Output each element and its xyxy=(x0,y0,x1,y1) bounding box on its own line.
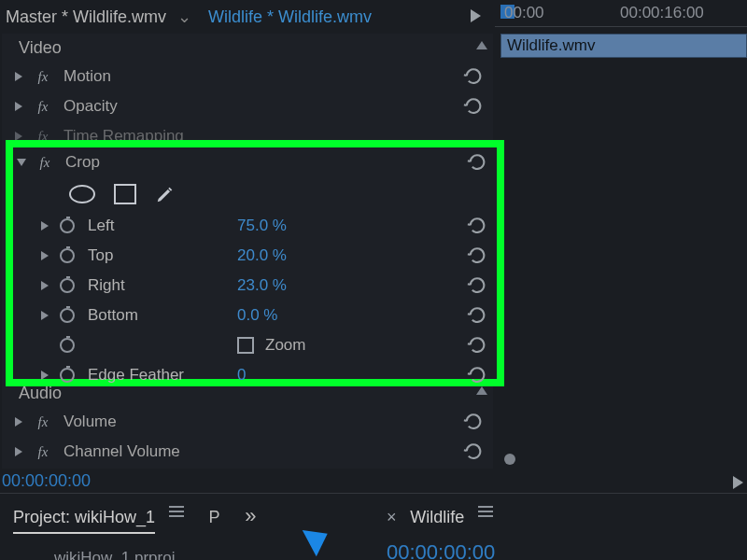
crop-zoom-row: Zoom xyxy=(13,330,497,360)
expand-chevron-icon[interactable] xyxy=(41,281,49,290)
channel-volume-label: Channel Volume xyxy=(63,442,180,461)
crop-edge-feather-value[interactable]: 0 xyxy=(237,366,246,385)
crop-label: Crop xyxy=(65,153,100,172)
panel-menu-icon[interactable] xyxy=(478,503,493,520)
ellipse-mask-icon[interactable] xyxy=(69,185,95,203)
expand-chevron-icon[interactable] xyxy=(41,371,49,380)
reset-icon[interactable] xyxy=(467,152,487,173)
expand-chevron-icon[interactable] xyxy=(41,251,49,260)
active-clip-tab[interactable]: Wildlife * Wildlife.wmv xyxy=(208,7,372,27)
crop-left-label: Left xyxy=(88,217,237,235)
expand-chevron-icon[interactable] xyxy=(15,417,22,427)
crop-bottom-label: Bottom xyxy=(88,306,237,325)
volume-label: Volume xyxy=(63,413,117,431)
reset-icon[interactable] xyxy=(467,335,487,356)
close-tab-icon[interactable]: × xyxy=(387,508,397,526)
project-panel: Project: wikiHow_1 P » wikiHow_1.prproj xyxy=(0,494,374,560)
crop-right-row: Right 23.0 % xyxy=(13,271,497,301)
crop-right-value[interactable]: 23.0 % xyxy=(237,276,287,295)
timeline-ruler[interactable] xyxy=(495,26,747,32)
fx-badge-icon: fx xyxy=(34,99,52,115)
stopwatch-icon[interactable] xyxy=(60,368,75,383)
project-file-row[interactable]: wikiHow_1.prproj xyxy=(13,549,360,560)
effect-row-crop[interactable]: fx Crop xyxy=(13,147,497,177)
source-panel-tab[interactable]: Wildlife xyxy=(410,508,464,527)
crop-mask-shape-buttons xyxy=(13,177,497,211)
effect-row-volume[interactable]: fx Volume xyxy=(2,407,493,437)
crop-left-row: Left 75.0 % xyxy=(13,211,497,241)
reset-icon[interactable] xyxy=(467,305,487,326)
crop-bottom-row: Bottom 0.0 % xyxy=(13,301,497,330)
opacity-label: Opacity xyxy=(63,97,118,116)
expand-chevron-icon[interactable] xyxy=(15,102,22,111)
dropdown-chevron-icon[interactable]: ⌄ xyxy=(177,7,191,27)
crop-top-row: Top 20.0 % xyxy=(13,241,497,271)
effect-row-opacity[interactable]: fx Opacity xyxy=(2,91,493,121)
stopwatch-icon[interactable] xyxy=(60,278,75,293)
project-panel-tab[interactable]: Project: wikiHow_1 xyxy=(13,508,155,534)
reset-icon[interactable] xyxy=(463,441,484,462)
source-panel: × Wildlife 00:00:00:00 xyxy=(374,494,747,560)
crop-left-value[interactable]: 75.0 % xyxy=(237,217,287,235)
stopwatch-icon[interactable] xyxy=(60,218,75,233)
panel-timecode[interactable]: 00:00:00:00 xyxy=(0,471,91,491)
bottom-panels: Project: wikiHow_1 P » wikiHow_1.prproj … xyxy=(0,493,747,560)
motion-label: Motion xyxy=(63,67,111,86)
stopwatch-icon[interactable] xyxy=(60,248,75,263)
reset-icon[interactable] xyxy=(467,245,487,266)
crop-edge-feather-row: Edge Feather 0 xyxy=(13,360,497,390)
expand-chevron-icon[interactable] xyxy=(41,311,49,320)
crop-effect-highlighted: fx Crop Left 75.0 % Top 20.0 % Right 23.… xyxy=(6,140,504,386)
play-icon[interactable] xyxy=(471,9,481,22)
timeline-tick-0: 00:00 xyxy=(504,4,544,22)
expand-chevron-icon[interactable] xyxy=(15,447,22,456)
crop-top-label: Top xyxy=(88,246,237,265)
panel-shortcut-label[interactable]: P xyxy=(209,508,220,526)
expand-chevron-icon[interactable] xyxy=(41,221,49,231)
fx-badge-icon: fx xyxy=(34,444,52,460)
video-section-label: Video xyxy=(19,38,62,58)
overflow-arrows-icon[interactable]: » xyxy=(245,504,250,527)
collapse-up-icon[interactable] xyxy=(476,41,487,49)
stopwatch-icon[interactable] xyxy=(60,338,75,353)
reset-icon[interactable] xyxy=(467,365,487,385)
pen-mask-icon[interactable] xyxy=(155,184,176,204)
rectangle-mask-icon[interactable] xyxy=(114,184,136,204)
crop-top-value[interactable]: 20.0 % xyxy=(237,246,287,265)
scrub-handle-icon[interactable] xyxy=(504,454,515,465)
master-clip-tab[interactable]: Master * Wildlife.wmv xyxy=(6,7,166,27)
reset-icon[interactable] xyxy=(463,412,484,432)
effect-row-motion[interactable]: fx Motion xyxy=(2,62,493,91)
reset-icon[interactable] xyxy=(463,96,484,117)
fx-badge-icon: fx xyxy=(35,155,54,171)
effect-row-channel-volume[interactable]: fx Channel Volume xyxy=(2,437,493,467)
crop-zoom-label: Zoom xyxy=(265,336,305,355)
expand-chevron-icon[interactable] xyxy=(15,72,22,81)
reset-icon[interactable] xyxy=(467,275,487,296)
panel-menu-icon[interactable] xyxy=(169,503,184,520)
stopwatch-icon[interactable] xyxy=(60,308,75,323)
video-section-header[interactable]: Video xyxy=(2,34,493,62)
reset-icon[interactable] xyxy=(463,66,484,87)
timeline-tick-1: 00:00:16:00 xyxy=(620,4,704,22)
mini-timeline[interactable]: 00:00 00:00:16:00 Wildlife.wmv xyxy=(495,0,747,60)
source-timecode[interactable]: 00:00:00:00 xyxy=(387,540,734,560)
reset-icon[interactable] xyxy=(467,216,487,236)
collapse-chevron-icon[interactable] xyxy=(17,159,26,166)
play-forward-icon[interactable] xyxy=(733,476,743,489)
fx-badge-icon: fx xyxy=(34,69,52,85)
zoom-checkbox[interactable] xyxy=(237,337,254,354)
crop-right-label: Right xyxy=(88,276,237,295)
crop-edge-feather-label: Edge Feather xyxy=(88,366,237,385)
timeline-clip[interactable]: Wildlife.wmv xyxy=(500,34,747,58)
crop-bottom-value[interactable]: 0.0 % xyxy=(237,306,277,325)
fx-badge-icon: fx xyxy=(34,414,52,430)
